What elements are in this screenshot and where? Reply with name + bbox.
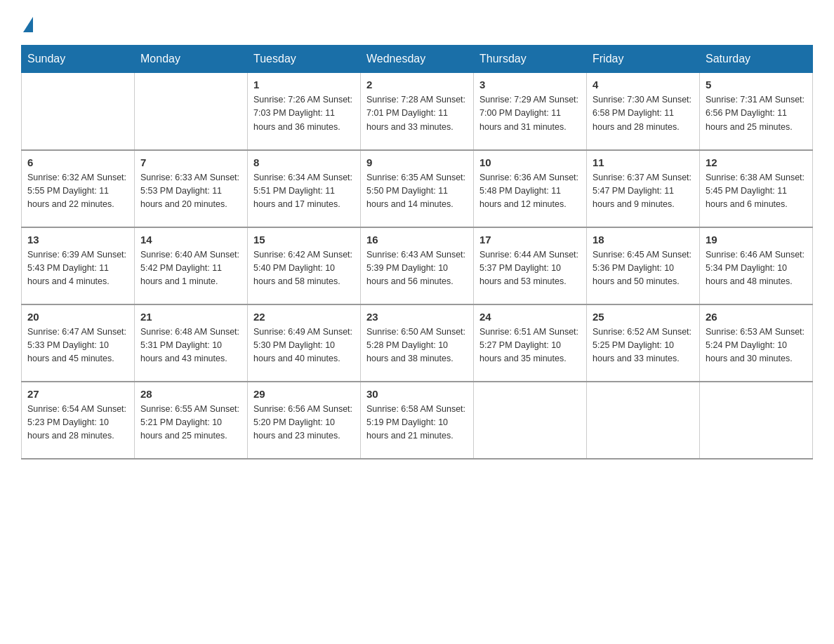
- day-info: Sunrise: 7:30 AM Sunset: 6:58 PM Dayligh…: [593, 93, 694, 134]
- day-number: 25: [593, 311, 694, 323]
- calendar-header-thursday: Thursday: [474, 46, 587, 73]
- day-info: Sunrise: 6:47 AM Sunset: 5:33 PM Dayligh…: [27, 326, 128, 366]
- calendar-header-wednesday: Wednesday: [361, 46, 474, 73]
- day-info: Sunrise: 6:44 AM Sunset: 5:37 PM Dayligh…: [479, 248, 581, 289]
- calendar-cell: [135, 73, 248, 150]
- day-number: 22: [253, 311, 355, 323]
- day-info: Sunrise: 7:26 AM Sunset: 7:03 PM Dayligh…: [253, 93, 355, 134]
- calendar-cell: [700, 382, 813, 459]
- day-number: 21: [140, 311, 241, 323]
- calendar-cell: 12Sunrise: 6:38 AM Sunset: 5:45 PM Dayli…: [700, 150, 813, 227]
- day-number: 5: [706, 79, 807, 90]
- day-info: Sunrise: 6:33 AM Sunset: 5:53 PM Dayligh…: [140, 171, 241, 212]
- calendar-cell: 7Sunrise: 6:33 AM Sunset: 5:53 PM Daylig…: [135, 150, 248, 227]
- calendar-header-friday: Friday: [587, 46, 700, 73]
- day-info: Sunrise: 6:53 AM Sunset: 5:24 PM Dayligh…: [706, 326, 807, 366]
- day-info: Sunrise: 6:39 AM Sunset: 5:43 PM Dayligh…: [27, 248, 128, 289]
- day-number: 10: [479, 156, 581, 168]
- day-info: Sunrise: 7:29 AM Sunset: 7:00 PM Dayligh…: [479, 93, 581, 134]
- calendar-cell: 20Sunrise: 6:47 AM Sunset: 5:33 PM Dayli…: [22, 304, 135, 382]
- calendar-cell: 24Sunrise: 6:51 AM Sunset: 5:27 PM Dayli…: [474, 304, 587, 382]
- calendar-cell: 3Sunrise: 7:29 AM Sunset: 7:00 PM Daylig…: [474, 73, 587, 150]
- day-info: Sunrise: 6:55 AM Sunset: 5:21 PM Dayligh…: [140, 403, 241, 443]
- day-info: Sunrise: 6:50 AM Sunset: 5:28 PM Dayligh…: [366, 326, 468, 366]
- calendar-cell: 21Sunrise: 6:48 AM Sunset: 5:31 PM Dayli…: [135, 304, 248, 382]
- day-number: 4: [593, 79, 694, 90]
- day-info: Sunrise: 6:52 AM Sunset: 5:25 PM Dayligh…: [593, 326, 694, 366]
- day-number: 12: [706, 156, 807, 168]
- day-info: Sunrise: 7:28 AM Sunset: 7:01 PM Dayligh…: [366, 93, 468, 134]
- calendar-header-saturday: Saturday: [700, 46, 813, 73]
- calendar-cell: 25Sunrise: 6:52 AM Sunset: 5:25 PM Dayli…: [587, 304, 700, 382]
- calendar-cell: 30Sunrise: 6:58 AM Sunset: 5:19 PM Dayli…: [361, 382, 474, 459]
- calendar-table: SundayMondayTuesdayWednesdayThursdayFrid…: [21, 45, 813, 459]
- calendar-cell: 23Sunrise: 6:50 AM Sunset: 5:28 PM Dayli…: [361, 304, 474, 382]
- day-number: 16: [366, 234, 468, 246]
- calendar-cell: 22Sunrise: 6:49 AM Sunset: 5:30 PM Dayli…: [248, 304, 361, 382]
- day-info: Sunrise: 6:32 AM Sunset: 5:55 PM Dayligh…: [27, 171, 128, 212]
- calendar-header-tuesday: Tuesday: [248, 46, 361, 73]
- calendar-header-row: SundayMondayTuesdayWednesdayThursdayFrid…: [22, 46, 813, 73]
- calendar-cell: 27Sunrise: 6:54 AM Sunset: 5:23 PM Dayli…: [22, 382, 135, 459]
- day-info: Sunrise: 6:49 AM Sunset: 5:30 PM Dayligh…: [253, 326, 355, 366]
- day-number: 1: [253, 79, 355, 90]
- day-number: 6: [27, 156, 128, 168]
- calendar-header-monday: Monday: [135, 46, 248, 73]
- calendar-cell: 19Sunrise: 6:46 AM Sunset: 5:34 PM Dayli…: [700, 227, 813, 304]
- day-info: Sunrise: 6:45 AM Sunset: 5:36 PM Dayligh…: [593, 248, 694, 289]
- logo: [21, 14, 34, 31]
- day-number: 8: [253, 156, 355, 168]
- day-number: 3: [479, 79, 581, 90]
- day-info: Sunrise: 6:35 AM Sunset: 5:50 PM Dayligh…: [366, 171, 468, 212]
- day-number: 23: [366, 311, 468, 323]
- calendar-cell: 28Sunrise: 6:55 AM Sunset: 5:21 PM Dayli…: [135, 382, 248, 459]
- day-number: 26: [706, 311, 807, 323]
- day-info: Sunrise: 6:43 AM Sunset: 5:39 PM Dayligh…: [366, 248, 468, 289]
- calendar-cell: 15Sunrise: 6:42 AM Sunset: 5:40 PM Dayli…: [248, 227, 361, 304]
- day-number: 24: [479, 311, 581, 323]
- calendar-cell: 11Sunrise: 6:37 AM Sunset: 5:47 PM Dayli…: [587, 150, 700, 227]
- calendar-cell: 18Sunrise: 6:45 AM Sunset: 5:36 PM Dayli…: [587, 227, 700, 304]
- day-number: 19: [706, 234, 807, 246]
- day-number: 7: [140, 156, 241, 168]
- day-number: 30: [366, 388, 468, 400]
- calendar-cell: 1Sunrise: 7:26 AM Sunset: 7:03 PM Daylig…: [248, 73, 361, 150]
- calendar-header-sunday: Sunday: [22, 46, 135, 73]
- day-number: 14: [140, 234, 241, 246]
- calendar-cell: 10Sunrise: 6:36 AM Sunset: 5:48 PM Dayli…: [474, 150, 587, 227]
- calendar-cell: 14Sunrise: 6:40 AM Sunset: 5:42 PM Dayli…: [135, 227, 248, 304]
- calendar-cell: 5Sunrise: 7:31 AM Sunset: 6:56 PM Daylig…: [700, 73, 813, 150]
- calendar-week-row: 27Sunrise: 6:54 AM Sunset: 5:23 PM Dayli…: [22, 382, 813, 459]
- calendar-cell: 8Sunrise: 6:34 AM Sunset: 5:51 PM Daylig…: [248, 150, 361, 227]
- calendar-cell: [474, 382, 587, 459]
- day-info: Sunrise: 6:38 AM Sunset: 5:45 PM Dayligh…: [706, 171, 807, 212]
- day-info: Sunrise: 6:42 AM Sunset: 5:40 PM Dayligh…: [253, 248, 355, 289]
- day-number: 29: [253, 388, 355, 400]
- day-info: Sunrise: 6:56 AM Sunset: 5:20 PM Dayligh…: [253, 403, 355, 443]
- day-info: Sunrise: 6:34 AM Sunset: 5:51 PM Dayligh…: [253, 171, 355, 212]
- calendar-cell: 2Sunrise: 7:28 AM Sunset: 7:01 PM Daylig…: [361, 73, 474, 150]
- day-info: Sunrise: 6:40 AM Sunset: 5:42 PM Dayligh…: [140, 248, 241, 289]
- day-info: Sunrise: 6:54 AM Sunset: 5:23 PM Dayligh…: [27, 403, 128, 443]
- calendar-cell: 4Sunrise: 7:30 AM Sunset: 6:58 PM Daylig…: [587, 73, 700, 150]
- calendar-cell: 29Sunrise: 6:56 AM Sunset: 5:20 PM Dayli…: [248, 382, 361, 459]
- calendar-cell: [22, 73, 135, 150]
- calendar-week-row: 1Sunrise: 7:26 AM Sunset: 7:03 PM Daylig…: [22, 73, 813, 150]
- day-info: Sunrise: 6:46 AM Sunset: 5:34 PM Dayligh…: [706, 248, 807, 289]
- day-number: 11: [593, 156, 694, 168]
- day-number: 13: [27, 234, 128, 246]
- logo-triangle-icon: [23, 17, 33, 32]
- calendar-cell: [587, 382, 700, 459]
- calendar-cell: 16Sunrise: 6:43 AM Sunset: 5:39 PM Dayli…: [361, 227, 474, 304]
- day-info: Sunrise: 6:48 AM Sunset: 5:31 PM Dayligh…: [140, 326, 241, 366]
- day-number: 2: [366, 79, 468, 90]
- day-number: 17: [479, 234, 581, 246]
- calendar-cell: 26Sunrise: 6:53 AM Sunset: 5:24 PM Dayli…: [700, 304, 813, 382]
- calendar-week-row: 13Sunrise: 6:39 AM Sunset: 5:43 PM Dayli…: [22, 227, 813, 304]
- calendar-cell: 13Sunrise: 6:39 AM Sunset: 5:43 PM Dayli…: [22, 227, 135, 304]
- day-info: Sunrise: 6:58 AM Sunset: 5:19 PM Dayligh…: [366, 403, 468, 443]
- day-number: 27: [27, 388, 128, 400]
- calendar-week-row: 6Sunrise: 6:32 AM Sunset: 5:55 PM Daylig…: [22, 150, 813, 227]
- day-number: 18: [593, 234, 694, 246]
- day-info: Sunrise: 6:36 AM Sunset: 5:48 PM Dayligh…: [479, 171, 581, 212]
